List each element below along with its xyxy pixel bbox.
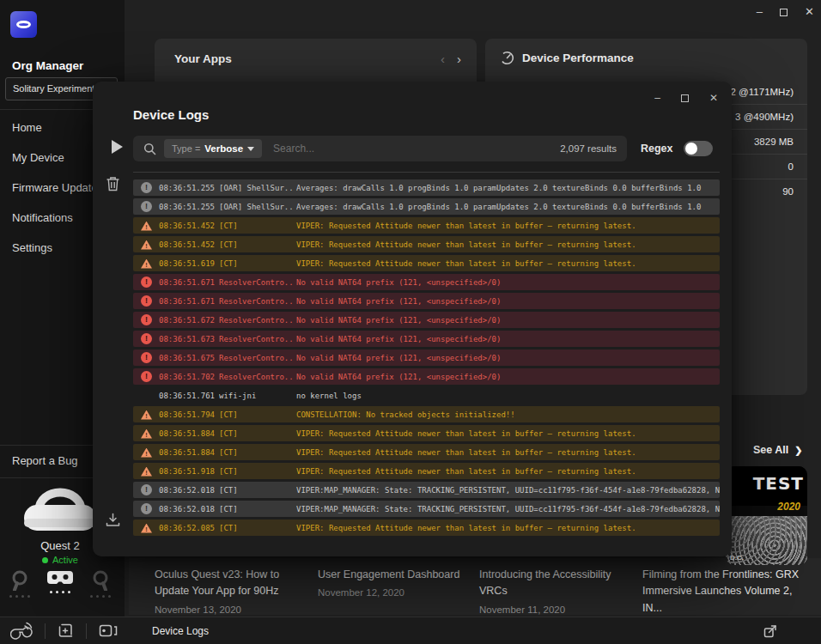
- regex-label: Regex: [641, 143, 673, 155]
- type-filter-chip[interactable]: Type = Verbose: [164, 139, 262, 158]
- news-item[interactable]: Oculus Quest v23: How to Update Your App…: [155, 567, 302, 615]
- news-item-title: Introducing the Accessibility VRCs: [479, 567, 634, 600]
- log-search-bar[interactable]: Type = Verbose Search... 2,097 results: [133, 136, 627, 161]
- log-message: VIPER: Requested Attitude newer than lat…: [296, 429, 720, 438]
- no-icon: [141, 390, 152, 401]
- see-all-link[interactable]: See All ❯: [753, 444, 802, 456]
- warning-icon: [141, 222, 152, 231]
- error-icon: [141, 314, 152, 325]
- warning-icon: [141, 410, 152, 420]
- log-timestamp: 08:36:51.884: [159, 429, 216, 438]
- log-timestamp: 08:36:52.018: [159, 505, 216, 513]
- log-tag: ResolverContro..: [219, 335, 293, 343]
- log-timestamp: 08:36:51.671: [159, 297, 216, 306]
- log-tag: [CT]: [219, 259, 293, 268]
- log-timestamp: 08:36:51.671: [159, 278, 216, 287]
- log-timestamp: 08:36:51.452: [159, 222, 216, 230]
- log-message: VIPER: Requested Attitude newer than lat…: [296, 259, 720, 268]
- log-tag: [CT]: [219, 222, 293, 230]
- status-bar: Device Logs: [0, 617, 821, 644]
- log-row[interactable]: 08:36:51.671ResolverContro..No valid NAT…: [133, 274, 720, 290]
- search-input[interactable]: Search...: [273, 143, 560, 155]
- open-external-icon[interactable]: [763, 623, 778, 639]
- log-timestamp: 08:36:51.672: [159, 316, 216, 325]
- prev-page-icon[interactable]: ‹: [441, 52, 445, 66]
- log-row[interactable]: 08:36:51.702ResolverContro..No valid NAT…: [133, 368, 720, 385]
- log-message: No valid NAT64 prefix (121, <unspecified…: [296, 297, 720, 306]
- news-item-date: November 13, 2020: [155, 605, 302, 615]
- modal-maximize-icon[interactable]: [681, 94, 689, 102]
- modal-title: Device Logs: [133, 107, 209, 122]
- thumbnail-headline: TEST: [753, 473, 804, 494]
- log-row[interactable]: 08:36:51.452[CT]VIPER: Requested Attitud…: [133, 236, 720, 252]
- news-thumbnail[interactable]: TEST 2020 D.C.: [726, 466, 807, 565]
- log-timestamp: 08:36:52.018: [159, 486, 216, 495]
- log-row[interactable]: 08:36:51.675ResolverContro..No valid NAT…: [133, 349, 720, 366]
- news-item-title: Oculus Quest v23: How to Update Your App…: [155, 567, 302, 600]
- log-row[interactable]: 08:36:51.255[OAR] ShellSur..Averages: dr…: [133, 198, 720, 215]
- headset-icon[interactable]: [47, 570, 73, 593]
- minimize-icon[interactable]: –: [757, 5, 763, 19]
- log-timestamp: 08:36:51.255: [159, 203, 216, 211]
- cast-controller-icon[interactable]: [10, 622, 33, 641]
- log-row[interactable]: 08:36:51.671ResolverContro..No valid NAT…: [133, 293, 720, 309]
- modal-minimize-icon[interactable]: –: [654, 92, 660, 104]
- log-row[interactable]: 08:36:51.761wifi-jnino kernel logs: [133, 387, 720, 404]
- error-icon: [141, 333, 152, 344]
- log-row[interactable]: 08:36:51.884[CT]VIPER: Requested Attitud…: [133, 444, 720, 460]
- log-tag: [CT]: [219, 410, 293, 419]
- play-logs-button[interactable]: [112, 140, 123, 154]
- log-tag: [CT]: [219, 524, 293, 532]
- download-logs-button[interactable]: [106, 513, 120, 527]
- error-icon: [141, 276, 152, 288]
- log-timestamp: 08:36:51.761: [159, 392, 216, 400]
- log-row[interactable]: 08:36:52.018[CT]VIPER:MAP_MANAGER: State…: [133, 501, 720, 517]
- record-video-icon[interactable]: [99, 623, 118, 638]
- log-row[interactable]: 08:36:51.452[CT]VIPER: Requested Attitud…: [133, 217, 720, 234]
- next-page-icon[interactable]: ›: [457, 52, 461, 66]
- log-timestamp: 08:36:51.918: [159, 467, 216, 476]
- log-row[interactable]: 08:36:51.673ResolverContro..No valid NAT…: [133, 331, 720, 347]
- log-tag: wifi-jni: [219, 392, 293, 400]
- app-window: – ✕ Org Manager Solitary Experiments Hom…: [0, 0, 821, 644]
- log-row[interactable]: 08:36:51.794[CT]CONSTELLATION: No tracke…: [133, 406, 720, 422]
- controller-status-row: [0, 570, 120, 598]
- right-controller-icon[interactable]: [88, 570, 113, 598]
- log-message: No valid NAT64 prefix (121, <unspecified…: [296, 373, 720, 381]
- screenshot-icon[interactable]: [58, 623, 74, 639]
- regex-toggle[interactable]: [684, 141, 713, 156]
- log-row[interactable]: 08:36:51.672ResolverContro..No valid NAT…: [133, 312, 720, 328]
- log-message: VIPER: Requested Attitude newer than lat…: [296, 222, 720, 230]
- log-tag: ResolverContro..: [219, 297, 293, 306]
- modal-close-icon[interactable]: ✕: [709, 92, 718, 104]
- log-tag: ResolverContro..: [219, 278, 293, 287]
- news-item[interactable]: User Engagement DashboardNovember 12, 20…: [318, 567, 465, 598]
- thumbnail-caption: D.C.: [730, 554, 744, 562]
- news-item-title: User Engagement Dashboard: [318, 567, 465, 583]
- left-controller-icon[interactable]: [8, 570, 32, 598]
- log-timestamp: 08:36:51.673: [159, 335, 216, 343]
- clear-logs-button[interactable]: [106, 176, 120, 191]
- results-count: 2,097 results: [560, 143, 617, 154]
- log-row[interactable]: 08:36:52.085[CT]VIPER: Requested Attitud…: [133, 519, 720, 536]
- log-tag: [CT]: [219, 240, 293, 249]
- log-row[interactable]: 08:36:51.255[OAR] ShellSur..Averages: dr…: [133, 179, 720, 196]
- error-icon: [141, 295, 152, 307]
- close-icon[interactable]: ✕: [805, 5, 814, 19]
- maximize-icon[interactable]: [780, 9, 788, 16]
- log-message: No valid NAT64 prefix (121, <unspecified…: [296, 354, 720, 362]
- log-row[interactable]: 08:36:52.018[CT]VIPER:MAP_MANAGER: State…: [133, 482, 720, 498]
- log-row[interactable]: 08:36:51.918[CT]VIPER: Requested Attitud…: [133, 463, 720, 479]
- log-message: No valid NAT64 prefix (121, <unspecified…: [296, 316, 720, 325]
- log-message: Averages: drawCalls 1.0 progBinds 1.0 pa…: [296, 203, 720, 211]
- log-tag: [CT]: [219, 467, 293, 476]
- report-a-bug-link[interactable]: Report a Bug: [12, 454, 78, 467]
- news-item[interactable]: Introducing the Accessibility VRCsNovemb…: [479, 567, 634, 615]
- log-timestamp: 08:36:51.794: [159, 410, 216, 419]
- log-message: No valid NAT64 prefix (121, <unspecified…: [296, 278, 720, 287]
- statusbar-label: Device Logs: [152, 625, 209, 637]
- log-row[interactable]: 08:36:51.619[CT]VIPER: Requested Attitud…: [133, 255, 720, 271]
- warning-icon: [141, 467, 152, 477]
- log-row[interactable]: 08:36:51.884[CT]VIPER: Requested Attitud…: [133, 425, 720, 441]
- log-tag: [CT]: [219, 486, 293, 495]
